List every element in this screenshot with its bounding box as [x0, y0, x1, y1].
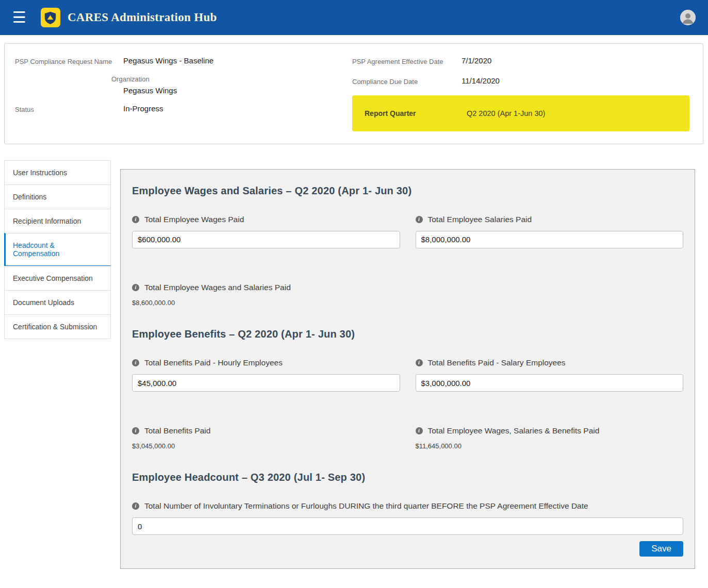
organization-label: Organization: [111, 75, 337, 83]
total-benefits-value: $3,045,000.00: [132, 442, 400, 450]
report-quarter-label: Report Quarter: [365, 109, 467, 117]
info-icon[interactable]: i: [132, 427, 139, 434]
grand-total-field: i Total Employee Wages, Salaries & Benef…: [416, 424, 684, 450]
report-quarter-banner: Report Quarter Q2 2020 (Apr 1-Jun 30): [352, 95, 689, 131]
grand-total-label: Total Employee Wages, Salaries & Benefit…: [428, 424, 600, 438]
effective-date-label: PSP Agreement Effective Date: [352, 56, 462, 67]
info-icon[interactable]: i: [132, 216, 139, 223]
sidebar-nav: User Instructions Definitions Recipient …: [4, 160, 111, 339]
benefits-hourly-label: Total Benefits Paid - Hourly Employees: [144, 356, 283, 369]
save-button[interactable]: Save: [639, 541, 683, 557]
grand-total-value: $11,645,000.00: [416, 442, 684, 450]
status-value: In-Progress: [123, 104, 337, 113]
benefits-hourly-input[interactable]: [132, 374, 400, 392]
info-icon[interactable]: i: [416, 427, 423, 434]
sidebar-item-recipient-information[interactable]: Recipient Information: [4, 209, 111, 233]
topbar: ☰ CARES Administration Hub: [0, 0, 708, 35]
total-wages-salaries-field: i Total Employee Wages and Salaries Paid…: [132, 280, 683, 307]
terminations-field: i Total Number of Involuntary Terminatio…: [132, 499, 683, 535]
summary-right-column: PSP Agreement Effective Date 7/1/2020 Co…: [352, 56, 689, 131]
headcount-section-heading: Employee Headcount – Q3 2020 (Jul 1- Sep…: [132, 472, 683, 483]
total-benefits-label: Total Benefits Paid: [144, 424, 210, 438]
compliance-summary-card: PSP Compliance Request Name Pegasus Wing…: [4, 43, 703, 144]
info-icon[interactable]: i: [416, 359, 423, 366]
terminations-input[interactable]: [132, 517, 683, 535]
effective-date-value: 7/1/2020: [462, 56, 689, 65]
sidebar-item-definitions[interactable]: Definitions: [4, 184, 111, 209]
benefits-section-heading: Employee Benefits – Q2 2020 (Apr 1- Jun …: [132, 328, 683, 340]
report-quarter-value: Q2 2020 (Apr 1-Jun 30): [467, 109, 545, 117]
sidebar-item-certification-submission[interactable]: Certification & Submission: [4, 314, 111, 339]
info-icon[interactable]: i: [132, 502, 139, 510]
due-date-label: Compliance Due Date: [352, 76, 462, 87]
app-logo-shield-icon: [41, 8, 60, 27]
headcount-compensation-panel: Employee Wages and Salaries – Q2 2020 (A…: [120, 169, 695, 569]
due-date-value: 11/14/2020: [462, 76, 689, 85]
user-avatar-icon[interactable]: [680, 10, 696, 25]
info-icon[interactable]: i: [132, 359, 139, 366]
salaries-paid-input[interactable]: [416, 231, 684, 248]
terminations-label: Total Number of Involuntary Terminations…: [144, 499, 588, 513]
benefits-salary-label: Total Benefits Paid - Salary Employees: [428, 356, 566, 369]
menu-icon[interactable]: ☰: [12, 10, 26, 25]
wages-section-heading: Employee Wages and Salaries – Q2 2020 (A…: [132, 185, 683, 197]
sidebar-item-document-uploads[interactable]: Document Uploads: [4, 290, 111, 315]
wages-paid-input[interactable]: [132, 231, 400, 248]
request-name-label: PSP Compliance Request Name: [15, 56, 123, 67]
sidebar-item-headcount-compensation[interactable]: Headcount & Compensation: [4, 233, 111, 266]
sidebar-item-user-instructions[interactable]: User Instructions: [4, 160, 111, 185]
benefits-salary-input[interactable]: [416, 374, 684, 392]
content-area: User Instructions Definitions Recipient …: [0, 160, 708, 569]
total-wages-salaries-value: $8,600,000.00: [132, 299, 683, 307]
status-label: Status: [15, 104, 123, 115]
sidebar-item-executive-compensation[interactable]: Executive Compensation: [4, 266, 111, 291]
benefits-hourly-field: i Total Benefits Paid - Hourly Employees: [132, 356, 400, 392]
total-benefits-field: i Total Benefits Paid $3,045,000.00: [132, 424, 400, 450]
wages-paid-field: i Total Employee Wages Paid: [132, 212, 400, 248]
organization-value: Pegasus Wings: [123, 86, 337, 95]
wages-paid-label: Total Employee Wages Paid: [144, 212, 244, 226]
salaries-paid-field: i Total Employee Salaries Paid: [416, 212, 684, 248]
info-icon[interactable]: i: [416, 216, 423, 223]
app-title: CARES Administration Hub: [68, 11, 217, 24]
salaries-paid-label: Total Employee Salaries Paid: [428, 212, 532, 226]
total-wages-salaries-label: Total Employee Wages and Salaries Paid: [144, 280, 291, 294]
info-icon[interactable]: i: [132, 284, 139, 291]
summary-left-column: PSP Compliance Request Name Pegasus Wing…: [15, 56, 352, 131]
request-name-value: Pegasus Wings - Baseline: [123, 56, 337, 65]
benefits-salary-field: i Total Benefits Paid - Salary Employees: [416, 356, 684, 392]
